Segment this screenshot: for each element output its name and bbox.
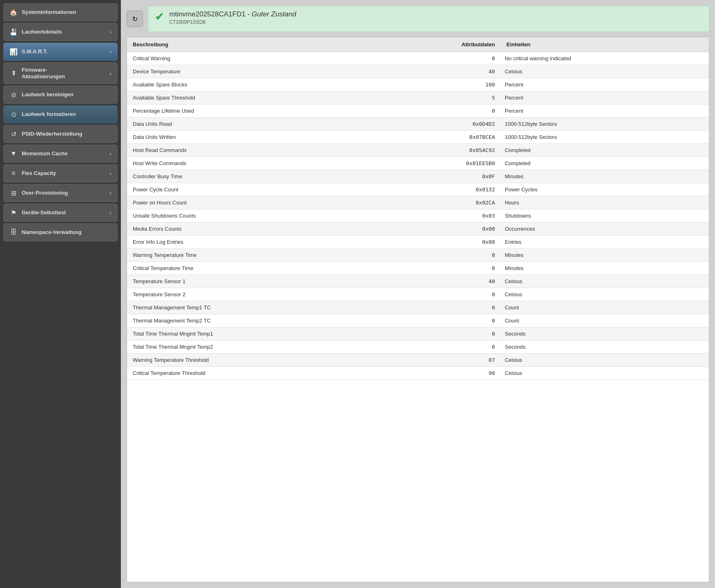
status-separator: -	[247, 10, 252, 18]
firmware-chevron-icon: ›	[109, 70, 111, 77]
cell-description: Critical Warning	[127, 52, 378, 65]
refresh-button[interactable]: ↻	[127, 11, 143, 27]
cell-unit: Hours	[501, 196, 709, 209]
over-provisioning-icon: ⊞	[9, 189, 18, 197]
cell-unit: Percent	[501, 91, 709, 104]
cell-value: 0x05AC92	[378, 144, 501, 157]
cell-description: Media Errors Counts	[127, 222, 378, 236]
laufwerkdetails-chevron-icon: ›	[109, 29, 111, 35]
sidebar-item-smart[interactable]: 📊S.M.A.R.T.›	[3, 43, 118, 61]
table-row: Data Units Written0x07BCEA1000-512byte S…	[127, 131, 709, 144]
cell-unit: 1000-512byte Sectors	[501, 131, 709, 144]
table-row: Power Cycle Count0x0132Power Cycles	[127, 183, 709, 196]
momentum-cache-chevron-icon: ›	[109, 150, 111, 157]
table-row: Available Spare Threshold5Percent	[127, 91, 709, 104]
cell-unit: Celsius	[501, 367, 709, 380]
cell-value: 0x01EE5B0	[378, 157, 501, 170]
cell-unit: Percent	[501, 78, 709, 91]
cell-value: 40	[378, 275, 501, 288]
table-row: Thermal Management Temp1 TC0Count	[127, 301, 709, 314]
cell-description: Error Info Log Entries	[127, 236, 378, 249]
cell-description: Host Read Commands	[127, 144, 378, 157]
flex-capacity-icon: ≡	[9, 170, 18, 177]
cell-value: 0	[378, 288, 501, 301]
table-row: Temperature Sensor 20Celsius	[127, 288, 709, 301]
cell-value: 0x02CA	[378, 196, 501, 209]
cell-unit: Seconds	[501, 327, 709, 341]
cell-description: Thermal Management Temp1 TC	[127, 301, 378, 314]
cell-unit: No critical warning indicated	[501, 52, 709, 65]
col-attributdaten: Attributdaten	[378, 37, 501, 52]
laufwerk-formatieren-label: Laufwerk formatieren	[22, 111, 76, 118]
cell-value: 0	[378, 262, 501, 275]
namespace-icon: 🗄	[9, 229, 18, 236]
flex-capacity-chevron-icon: ›	[109, 170, 111, 177]
cell-description: Critical Temperature Time	[127, 262, 378, 275]
momentum-cache-label: Momentum Cache	[22, 150, 68, 157]
table-row: Total Time Thermal Mngmt Temp10Seconds	[127, 327, 709, 341]
cell-value: 100	[378, 78, 501, 91]
table-row: Warning Temperature Time0Minutes	[127, 249, 709, 262]
cell-value: 90	[378, 367, 501, 380]
smart-table: Beschreibung Attributdaten Einheiten Cri…	[127, 37, 709, 380]
refresh-icon: ↻	[132, 15, 138, 23]
sidebar-item-laufwerk-bereinigen[interactable]: ⊘Laufwerk bereinigen	[3, 86, 118, 104]
table-row: Critical Temperature Threshold90Celsius	[127, 367, 709, 380]
sidebar-item-geraete-selbsttest[interactable]: ⚑Geräte-Selbsttest›	[3, 204, 118, 222]
cell-unit: Seconds	[501, 341, 709, 354]
cell-description: Percentage Lifetime Used	[127, 104, 378, 118]
systeminformationen-label: Systeminformationen	[22, 9, 76, 16]
cell-unit: Count	[501, 301, 709, 314]
cell-unit: Celsius	[501, 354, 709, 367]
table-row: Temperature Sensor 140Celsius	[127, 275, 709, 288]
smart-chevron-icon: ›	[109, 48, 111, 55]
cell-unit: Celsius	[501, 275, 709, 288]
cell-description: Power Cycle Count	[127, 183, 378, 196]
table-header: Beschreibung Attributdaten Einheiten	[127, 37, 709, 52]
laufwerkdetails-label: Laufwerkdetails	[22, 29, 62, 35]
cell-description: Thermal Management Temp2 TC	[127, 314, 378, 327]
systeminformationen-icon: 🏠	[9, 9, 18, 16]
cell-unit: Completed	[501, 144, 709, 157]
sidebar-item-over-provisioning[interactable]: ⊞Over-Provisioning›	[3, 184, 118, 202]
table-row: Thermal Management Temp2 TC0Count	[127, 314, 709, 327]
over-provisioning-chevron-icon: ›	[109, 190, 111, 196]
geraete-selbsttest-icon: ⚑	[9, 209, 18, 217]
geraete-selbsttest-label: Geräte-Selbsttest	[22, 209, 66, 216]
flex-capacity-label: Flex Capacity	[22, 170, 56, 177]
sidebar-item-laufwerkdetails[interactable]: 💾Laufwerkdetails›	[3, 23, 118, 41]
table-body: Critical Warning0No critical warning ind…	[127, 52, 709, 380]
sidebar-item-firmware[interactable]: ⬆Firmware- Aktualisierungen›	[3, 62, 118, 84]
table-row: Total Time Thermal Mngmt Temp20Seconds	[127, 341, 709, 354]
table-row: Critical Temperature Time0Minutes	[127, 262, 709, 275]
cell-unit: Celsius	[501, 65, 709, 78]
cell-description: Data Units Written	[127, 131, 378, 144]
cell-value: 0x00	[378, 236, 501, 249]
sidebar-item-namespace[interactable]: 🗄Namespace-Verwaltung	[3, 223, 118, 241]
sidebar-item-laufwerk-formatieren[interactable]: ⊙Laufwerk formatieren	[3, 105, 118, 123]
smart-icon: 📊	[9, 48, 18, 56]
table-row: Device Temperature40Celsius	[127, 65, 709, 78]
cell-value: 0	[378, 301, 501, 314]
cell-unit: 1000-512byte Sectors	[501, 118, 709, 131]
table-row: Critical Warning0No critical warning ind…	[127, 52, 709, 65]
sidebar-item-flex-capacity[interactable]: ≡Flex Capacity›	[3, 164, 118, 182]
table-row: Power on Hours Count0x02CAHours	[127, 196, 709, 209]
cell-description: Host Write Commands	[127, 157, 378, 170]
cell-value: 0	[378, 341, 501, 354]
table-row: Warning Temperature Threshold87Celsius	[127, 354, 709, 367]
cell-description: Warning Temperature Threshold	[127, 354, 378, 367]
sidebar-item-systeminformationen[interactable]: 🏠Systeminformationen	[3, 3, 118, 21]
cell-description: Warning Temperature Time	[127, 249, 378, 262]
cell-unit: Count	[501, 314, 709, 327]
sidebar-item-psid[interactable]: ↺PSID-Wiederherstellung	[3, 125, 118, 143]
table-row: Percentage Lifetime Used0Percent	[127, 104, 709, 118]
cell-description: Total Time Thermal Mngmt Temp1	[127, 327, 378, 341]
sidebar-item-momentum-cache[interactable]: ▼Momentum Cache›	[3, 145, 118, 163]
firmware-label: Firmware- Aktualisierungen	[22, 67, 65, 79]
table-row: Available Spare Blocks100Percent	[127, 78, 709, 91]
momentum-cache-icon: ▼	[9, 150, 18, 157]
device-model: CT1000P1SSD8	[169, 19, 296, 25]
table-header-row: Beschreibung Attributdaten Einheiten	[127, 37, 709, 52]
cell-description: Available Spare Blocks	[127, 78, 378, 91]
